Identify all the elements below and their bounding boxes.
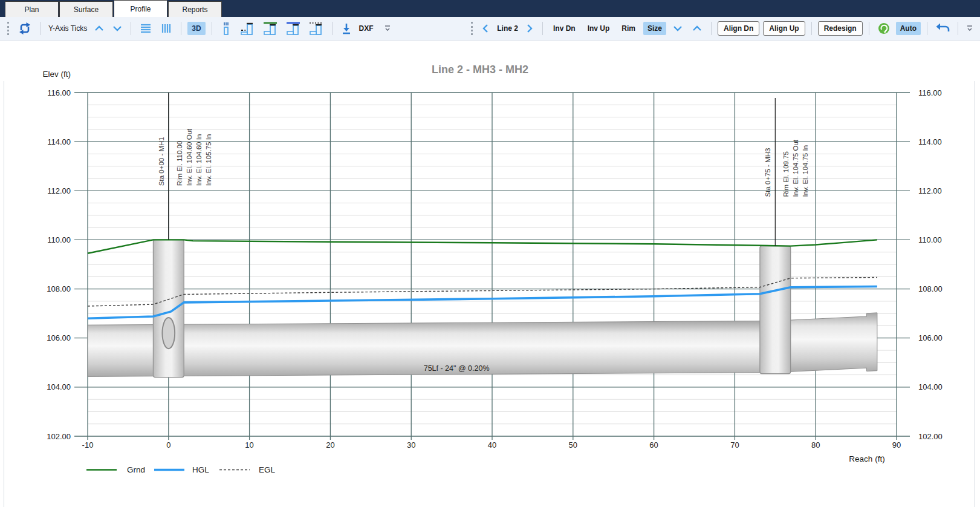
x-tick-label: 50 <box>569 440 577 450</box>
drag-grip-icon[interactable] <box>7 22 9 35</box>
y-tick-label: 106.00 <box>918 333 943 342</box>
download-icon <box>340 22 352 35</box>
horizontal-grid-button[interactable] <box>137 21 154 36</box>
y-tick-label: 116.00 <box>47 88 71 97</box>
nudge-down-button[interactable] <box>670 22 686 34</box>
manhole-2-callout: Sta 0+75 - MH3Rim El. 109.75Inv. El. 104… <box>764 98 809 246</box>
undo-icon <box>935 22 950 34</box>
y-tick-label: 112.00 <box>918 186 942 195</box>
overflow-icon <box>966 24 973 33</box>
x-tick-label: 10 <box>245 440 253 450</box>
auto-run-button[interactable] <box>875 21 892 36</box>
x-tick-label: 60 <box>649 440 658 450</box>
tab-surface[interactable]: Surface <box>59 1 113 17</box>
export-dxf-button[interactable] <box>339 21 354 36</box>
x-tick-label: 80 <box>811 440 820 450</box>
manhole-info-label: Rim El. 109.75 <box>782 151 790 197</box>
hgl-line-icon <box>285 21 301 36</box>
x-tick-label: 0 <box>166 440 170 450</box>
chevron-up-icon <box>94 24 105 33</box>
y-tick-label: 108.00 <box>47 284 71 293</box>
legend-label: EGL <box>259 465 276 474</box>
separator <box>711 22 712 35</box>
horizontal-gridlines-icon <box>139 22 152 34</box>
window-frame-right <box>975 81 975 507</box>
y-tick-label: 102.00 <box>47 432 71 441</box>
manhole-ticks-button[interactable] <box>218 20 234 37</box>
separator <box>927 22 927 35</box>
y-ticks-decrease-button[interactable] <box>110 22 125 34</box>
next-line-button[interactable] <box>523 22 536 35</box>
chevron-down-icon <box>112 24 123 33</box>
egl-line-icon <box>308 21 324 36</box>
inv-dn-toggle[interactable]: Inv Dn <box>549 22 580 35</box>
tab-plan[interactable]: Plan <box>5 1 59 17</box>
ground-line-toggle-button[interactable] <box>261 20 280 37</box>
refresh-icon <box>17 21 33 36</box>
manhole-2[interactable] <box>760 246 791 374</box>
profile-view[interactable]: 102.00102.00104.00104.00106.00106.00108.… <box>0 41 980 507</box>
size-toggle[interactable]: Size <box>643 22 666 35</box>
egl-line-toggle-button[interactable] <box>307 20 326 37</box>
separator <box>958 22 958 35</box>
toolbar-right-group: Line 2 Inv Dn Inv Up Rim Size <box>469 21 975 36</box>
toolbar-left-group: Y-Axis Ticks <box>5 19 393 38</box>
separator <box>131 22 131 35</box>
y-tick-label: 108.00 <box>918 284 943 293</box>
vertical-grid-button[interactable] <box>158 21 175 36</box>
pipe-labels-button[interactable] <box>238 20 257 37</box>
y-tick-label: 110.00 <box>47 235 71 244</box>
chart-title: Line 2 - MH3 - MH2 <box>432 64 528 76</box>
x-axis-title: Reach (ft) <box>849 454 884 463</box>
y-axis-ticks-label: Y-Axis Ticks <box>48 24 87 33</box>
auto-toggle[interactable]: Auto <box>896 22 921 35</box>
separator <box>811 22 812 35</box>
toolbar-overflow-button[interactable] <box>382 23 393 34</box>
manhole-ticks-icon <box>220 21 232 36</box>
drag-grip-icon[interactable] <box>471 22 473 35</box>
rim-toggle[interactable]: Rim <box>617 22 640 35</box>
separator <box>41 22 41 35</box>
legend-label: HGL <box>192 465 209 474</box>
previous-line-button[interactable] <box>479 22 492 35</box>
inv-up-toggle[interactable]: Inv Up <box>583 22 614 35</box>
manhole-info-label: Rim El. 110.00 <box>176 141 183 186</box>
redesign-button[interactable]: Redesign <box>818 21 863 36</box>
overflow-icon <box>384 24 391 33</box>
chart-legend: GrndHGLEGL <box>86 465 276 474</box>
profile-chart-area: 102.00102.00104.00104.00106.00106.00108.… <box>0 41 980 507</box>
3d-toggle[interactable]: 3D <box>187 22 205 35</box>
profile-toolbar: Y-Axis Ticks <box>0 17 980 41</box>
manhole-info-label: Inv. El. 105.75 In <box>205 134 212 186</box>
x-tick-label: 90 <box>892 440 901 450</box>
x-tick-label: 20 <box>326 440 334 450</box>
refresh-button[interactable] <box>15 19 34 38</box>
separator <box>332 22 333 35</box>
line-selector-label: Line 2 <box>497 24 518 33</box>
tab-profile[interactable]: Profile <box>114 0 167 17</box>
separator <box>542 22 543 35</box>
nudge-up-button[interactable] <box>689 22 705 34</box>
toolbar-overflow-button[interactable] <box>964 23 975 34</box>
manhole-info-label: Inv. El. 104.75 Out <box>792 139 799 197</box>
y-tick-label: 116.00 <box>918 88 942 97</box>
hgl-line-toggle-button[interactable] <box>284 20 303 37</box>
station-label: Sta 0+75 - MH3 <box>764 148 771 197</box>
y-tick-label: 112.00 <box>47 186 71 195</box>
auto-run-icon <box>877 22 891 35</box>
y-tick-label: 110.00 <box>918 235 942 244</box>
vertical-gridlines-icon <box>160 22 173 34</box>
dxf-label[interactable]: DXF <box>359 24 374 33</box>
y-ticks-increase-button[interactable] <box>92 22 106 34</box>
align-dn-button[interactable]: Align Dn <box>718 21 759 36</box>
tab-reports[interactable]: Reports <box>168 1 222 17</box>
align-up-button[interactable]: Align Up <box>763 21 805 36</box>
station-label: Sta 0+00 - MH1 <box>158 137 165 186</box>
y-tick-label: 104.00 <box>918 382 943 391</box>
undo-button[interactable] <box>933 21 952 36</box>
manhole-1[interactable] <box>153 240 184 377</box>
manhole-info-label: Inv. El. 104.60 In <box>195 134 203 186</box>
y-tick-label: 102.00 <box>918 432 943 441</box>
y-axis-title: Elev (ft) <box>42 70 71 79</box>
y-tick-label: 114.00 <box>47 137 71 146</box>
